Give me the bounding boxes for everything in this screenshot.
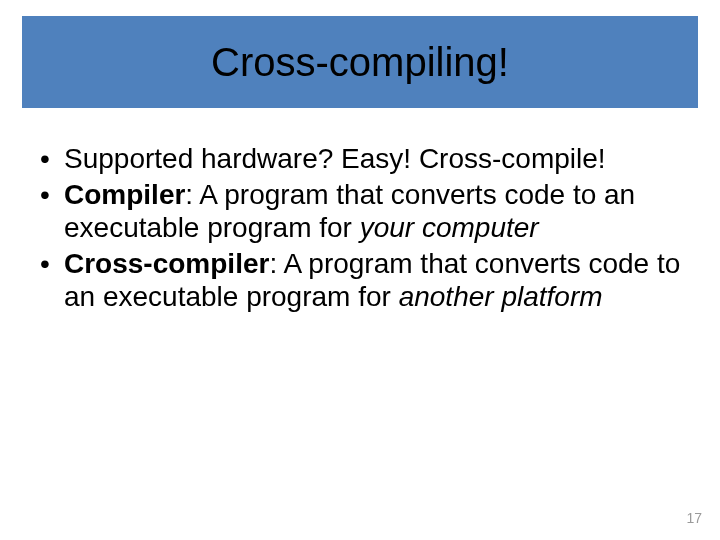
bullet-item: • Supported hardware? Easy! Cross-compil… <box>36 142 686 176</box>
bullet-item: • Compiler: A program that converts code… <box>36 178 686 245</box>
bullet-text: Supported hardware? Easy! Cross-compile! <box>64 142 686 176</box>
bullet-text: Cross-compiler: A program that converts … <box>64 247 686 314</box>
slide-title: Cross-compiling! <box>211 40 509 85</box>
bullet-icon: • <box>36 178 64 212</box>
bullet-item: • Cross-compiler: A program that convert… <box>36 247 686 314</box>
bullet-text: Compiler: A program that converts code t… <box>64 178 686 245</box>
slide-body: • Supported hardware? Easy! Cross-compil… <box>36 142 686 316</box>
page-number: 17 <box>686 510 702 526</box>
title-bar: Cross-compiling! <box>22 16 698 108</box>
bullet-icon: • <box>36 247 64 281</box>
bullet-icon: • <box>36 142 64 176</box>
